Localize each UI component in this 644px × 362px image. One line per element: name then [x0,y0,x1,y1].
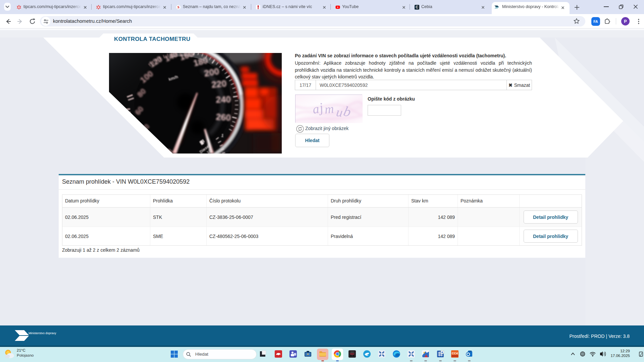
svg-text:C: C [416,5,418,9]
svg-text:S: S [177,5,179,9]
svg-text:Prostředí: PROD | Verze: 3.8: Prostředí: PROD | Verze: 3.8 [570,334,630,339]
svg-text:Ministerstvo dopravy: Ministerstvo dopravy [29,331,56,335]
svg-text:240: 240 [216,94,231,105]
svg-text:220: 220 [211,78,227,90]
svg-text:260: 260 [215,112,231,123]
svg-text:m: m [324,102,334,116]
svg-text:CC4: CC4 [452,352,458,355]
